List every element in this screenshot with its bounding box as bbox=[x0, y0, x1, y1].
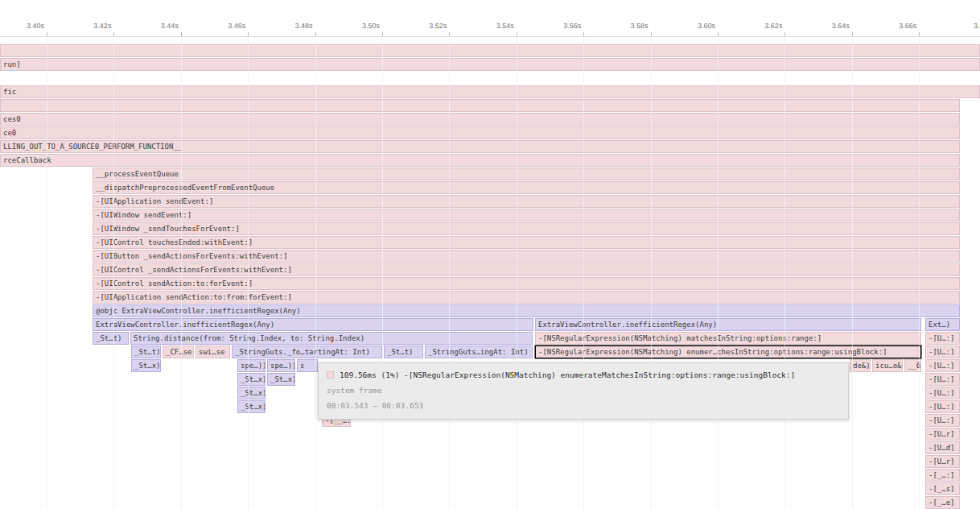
flame-bar[interactable]: LLING_OUT_TO_A_SOURCE0_PERFORM_FUNCTION_… bbox=[0, 140, 960, 153]
ruler-tick bbox=[583, 32, 584, 36]
flame-bar[interactable] bbox=[0, 99, 960, 112]
ruler-label: 3.52s bbox=[429, 22, 447, 30]
ruler-tick bbox=[47, 32, 47, 36]
ruler-label: 3.44s bbox=[161, 22, 179, 30]
flame-bar[interactable]: -[UIControl touchesEnded:withEvent:] bbox=[93, 236, 960, 249]
flame-bar[interactable]: _StringGuts._fo…tartingAt: Int) bbox=[232, 346, 382, 358]
flame-bar[interactable]: -[U…:] bbox=[925, 346, 960, 358]
flame-bar[interactable]: Ext…) bbox=[925, 318, 960, 331]
flame-bar[interactable]: -[NSRegularExpression(NSMatching) matche… bbox=[535, 332, 921, 345]
flame-bar[interactable]: _St…x) bbox=[237, 373, 266, 386]
flame-bar[interactable] bbox=[0, 44, 980, 57]
flame-bar[interactable]: spe…)) bbox=[267, 359, 295, 372]
flame-bar[interactable]: -[U…:] bbox=[925, 387, 960, 399]
flame-bar[interactable]: ces0 bbox=[0, 113, 960, 126]
tooltip-time-range: 00:03.543 — 00:03.653 bbox=[327, 398, 840, 413]
flame-bar[interactable]: ce0 bbox=[0, 126, 960, 139]
flame-bar[interactable]: -[UIWindow sendEvent:] bbox=[93, 209, 960, 221]
tooltip-title: 109.56ms (1%) -[NSRegularExpression(NSMa… bbox=[340, 370, 795, 379]
ruler-tick bbox=[517, 32, 517, 36]
ruler-tick bbox=[651, 32, 652, 36]
flame-graph-view: run]ficces0ce0LLING_OUT_TO_A_SOURCE0_PER… bbox=[0, 0, 980, 509]
flame-bar[interactable]: _St…x) bbox=[267, 373, 295, 386]
ruler-tick bbox=[919, 32, 920, 36]
flame-bar[interactable]: -[U…:] bbox=[925, 359, 960, 372]
flame-bar[interactable]: ExtraViewController.inefficientRegex(Any… bbox=[93, 318, 533, 331]
ruler-label: 3.42s bbox=[93, 22, 111, 30]
flame-bar[interactable]: -[_…:] bbox=[925, 469, 960, 482]
ruler-label: 3.48s bbox=[295, 22, 313, 30]
flame-bar[interactable]: _St…t) bbox=[384, 346, 423, 358]
flame-bar[interactable]: -[_…s] bbox=[925, 482, 960, 495]
tooltip-frame-kind: system frame bbox=[327, 383, 840, 398]
ruler-tick bbox=[382, 32, 383, 36]
timeline-ruler[interactable]: 3.40s3.42s3.44s3.46s3.48s3.50s3.52s3.54s… bbox=[0, 0, 980, 37]
ruler-tick bbox=[852, 32, 853, 36]
flame-bar[interactable]: -[UIButton _sendActionsForEvents:withEve… bbox=[93, 250, 960, 263]
flame-bar[interactable]: de&) bbox=[850, 359, 871, 372]
flame-bar[interactable]: -[U…r] bbox=[925, 428, 960, 441]
flame-bar[interactable]: fic bbox=[0, 85, 980, 98]
flame-bars: run]ficces0ce0LLING_OUT_TO_A_SOURCE0_PER… bbox=[0, 0, 980, 509]
flame-bar[interactable]: -[UIApplication sendEvent:] bbox=[93, 195, 960, 208]
tooltip-color-swatch bbox=[327, 371, 334, 379]
flame-bar[interactable]: -[UIControl sendAction:to:forEvent:] bbox=[93, 277, 960, 290]
flame-bar[interactable]: icu…e&) bbox=[872, 359, 903, 372]
flame-bar[interactable]: _St…t) bbox=[93, 332, 129, 345]
flame-bar[interactable]: -[U…:] bbox=[925, 332, 960, 345]
flame-bar[interactable]: rceCallback bbox=[0, 154, 960, 167]
flame-bar[interactable]: s bbox=[297, 359, 318, 372]
flame-bar[interactable]: _St…x) bbox=[237, 400, 266, 413]
flame-bar[interactable]: _CF…se bbox=[163, 346, 194, 358]
ruler-label: 3.64s bbox=[832, 22, 850, 30]
flame-bar[interactable]: -[UIApplication sendAction:to:from:forEv… bbox=[93, 291, 960, 304]
flame-bar-selected[interactable]: -[NSRegularExpression(NSMatching) enumer… bbox=[535, 346, 921, 358]
flame-bar[interactable]: spe…)) bbox=[237, 359, 266, 372]
flame-bar[interactable]: _St…x) bbox=[131, 359, 161, 372]
flame-bar[interactable]: @objc ExtraViewController.inefficientReg… bbox=[93, 304, 960, 317]
flame-bar[interactable]: String.distance(from: String.Index, to: … bbox=[130, 332, 533, 345]
flame-bar[interactable]: _St…x) bbox=[237, 387, 266, 399]
ruler-label: 3.46s bbox=[228, 22, 245, 30]
flame-bar[interactable]: run] bbox=[0, 58, 980, 71]
flame-bar[interactable]: -[U…:] bbox=[925, 373, 960, 386]
ruler-label: 3.66s bbox=[899, 22, 916, 30]
ruler-label: 3.54s bbox=[496, 22, 514, 30]
ruler-label: 3.6 bbox=[974, 22, 980, 30]
flame-bar[interactable]: __processEventQueue bbox=[93, 168, 960, 180]
flame-bar[interactable]: _St…t) bbox=[131, 346, 161, 358]
flame-bar[interactable]: _StringGuts…ingAt: Int) bbox=[425, 346, 533, 358]
ruler-tick bbox=[248, 32, 249, 36]
ruler-tick bbox=[315, 32, 316, 36]
flame-bar[interactable]: -[U…:] bbox=[925, 414, 960, 427]
ruler-tick bbox=[718, 32, 719, 36]
ruler-label: 3.58s bbox=[631, 22, 649, 30]
flame-bar[interactable]: -[U…r] bbox=[925, 455, 960, 468]
ruler-label: 3.40s bbox=[27, 22, 44, 30]
ruler-label: 3.50s bbox=[362, 22, 380, 30]
flame-bar[interactable]: -[_…e] bbox=[925, 496, 960, 509]
flame-bar[interactable]: -[UIControl _sendActionsForEvents:withEv… bbox=[93, 263, 960, 276]
ruler-tick bbox=[784, 32, 785, 36]
ruler-label: 3.56s bbox=[563, 22, 581, 30]
flame-bar[interactable]: ExtraViewController.inefficientRegex(Any… bbox=[535, 318, 921, 331]
ruler-tick bbox=[181, 32, 182, 36]
ruler-tick bbox=[449, 32, 450, 36]
ruler-label: 3.62s bbox=[764, 22, 782, 30]
tooltip-title-line: 109.56ms (1%) -[NSRegularExpression(NSMa… bbox=[327, 367, 840, 383]
flame-bar[interactable]: -[U…d] bbox=[925, 441, 960, 454]
flame-bar[interactable]: -[U…:] bbox=[925, 400, 960, 413]
ruler-tick bbox=[113, 32, 114, 36]
flame-bar[interactable]: __6…ce bbox=[904, 359, 921, 372]
flame-bar[interactable]: -[UIWindow _sendTouchesForEvent:] bbox=[93, 222, 960, 235]
ruler-label: 3.60s bbox=[698, 22, 715, 30]
flame-bar[interactable]: __dispatchPreprocessedEventFromEventQueu… bbox=[93, 181, 960, 194]
tooltip: 109.56ms (1%) -[NSRegularExpression(NSMa… bbox=[318, 362, 849, 420]
flame-bar[interactable]: swi…se bbox=[196, 346, 230, 358]
